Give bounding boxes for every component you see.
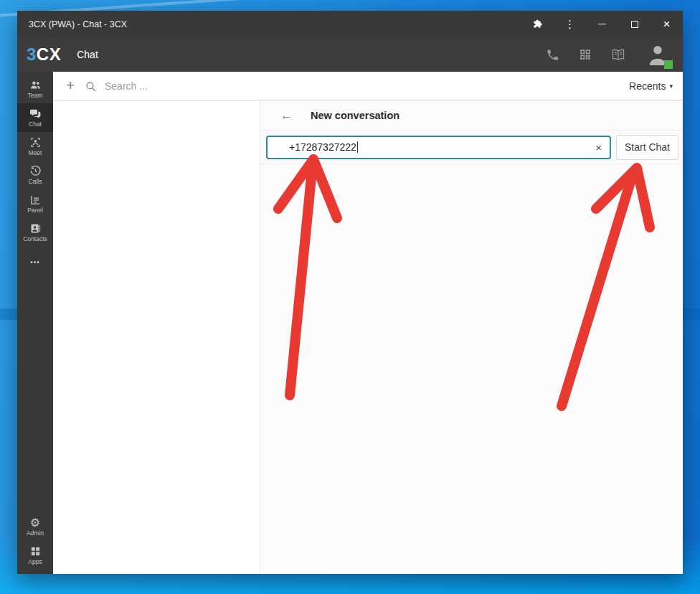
close-button[interactable]: × bbox=[651, 11, 683, 37]
conversation-title: New conversation bbox=[311, 110, 399, 121]
apps-icon bbox=[29, 545, 42, 557]
phone-number-input[interactable]: +17287327222 × bbox=[266, 136, 611, 159]
sidebar-more-icon[interactable]: ••• bbox=[17, 251, 53, 273]
search-input[interactable]: Search ... bbox=[85, 80, 148, 93]
extensions-puzzle-icon[interactable] bbox=[521, 11, 554, 37]
window-titlebar: 3CX (PWA) - Chat - 3CX ⋮ × bbox=[17, 11, 683, 37]
sidebar-item-chat[interactable]: Chat bbox=[17, 103, 53, 132]
search-placeholder: Search ... bbox=[105, 80, 148, 92]
text-cursor bbox=[357, 141, 358, 153]
qr-code-icon[interactable] bbox=[578, 47, 592, 62]
phone-number-value: +17287327222 bbox=[268, 141, 356, 153]
window-body: Team Chat Meet Calls Panel bbox=[17, 72, 683, 574]
desktop-wallpaper: 3CX (PWA) - Chat - 3CX ⋮ × 3CX Chat bbox=[0, 0, 700, 594]
sidebar-item-admin[interactable]: ⚙ Admin bbox=[17, 512, 53, 541]
meet-icon bbox=[29, 136, 42, 148]
maximize-button[interactable] bbox=[618, 11, 651, 37]
maximize-icon bbox=[631, 21, 638, 28]
team-icon bbox=[29, 79, 42, 91]
conversation-header: ← New conversation bbox=[260, 101, 683, 131]
add-conversation-button[interactable]: + bbox=[53, 77, 85, 95]
gear-icon: ⚙ bbox=[30, 517, 40, 529]
new-conversation-panel: ← New conversation +17287327222 × Start … bbox=[260, 101, 683, 574]
calls-history-icon bbox=[29, 165, 42, 177]
sidebar-item-team[interactable]: Team bbox=[17, 75, 53, 103]
sidebar-item-calls[interactable]: Calls bbox=[17, 161, 53, 189]
status-available-indicator bbox=[664, 60, 673, 69]
manual-book-icon[interactable] bbox=[611, 47, 625, 62]
recents-label: Recents bbox=[629, 80, 666, 92]
back-arrow-icon[interactable]: ← bbox=[260, 108, 293, 123]
app-window: 3CX (PWA) - Chat - 3CX ⋮ × 3CX Chat bbox=[17, 11, 683, 574]
sidebar: Team Chat Meet Calls Panel bbox=[17, 72, 53, 574]
content-area: + Search ... Recents ▾ bbox=[53, 72, 683, 574]
contacts-icon bbox=[29, 222, 42, 235]
sidebar-item-label: Contacts bbox=[23, 235, 47, 242]
browser-menu-icon[interactable]: ⋮ bbox=[554, 11, 586, 37]
search-icon bbox=[85, 80, 97, 93]
sidebar-item-meet[interactable]: Meet bbox=[17, 132, 53, 161]
minimize-button[interactable] bbox=[586, 11, 618, 37]
sidebar-item-label: Panel bbox=[27, 207, 43, 214]
sidebar-item-label: Apps bbox=[28, 558, 42, 565]
sidebar-item-label: Team bbox=[28, 92, 43, 99]
logo-3: 3 bbox=[27, 44, 37, 64]
chat-list-panel bbox=[53, 101, 260, 574]
new-conversation-input-row: +17287327222 × Start Chat bbox=[260, 131, 683, 164]
minimize-icon bbox=[598, 24, 606, 25]
recents-dropdown[interactable]: Recents ▾ bbox=[629, 80, 683, 92]
sidebar-item-label: Meet bbox=[29, 149, 42, 156]
sidebar-item-contacts[interactable]: Contacts bbox=[17, 218, 53, 247]
sidebar-item-panel[interactable]: Panel bbox=[17, 189, 53, 218]
dialer-phone-icon[interactable] bbox=[545, 47, 559, 62]
main-row: ← New conversation +17287327222 × Start … bbox=[53, 101, 683, 574]
sidebar-item-apps[interactable]: Apps bbox=[17, 541, 53, 570]
window-title: 3CX (PWA) - Chat - 3CX bbox=[17, 19, 521, 29]
sidebar-item-label: Chat bbox=[29, 121, 42, 128]
app-header: 3CX Chat bbox=[17, 37, 683, 72]
page-title: Chat bbox=[77, 49, 98, 60]
clear-input-icon[interactable]: × bbox=[595, 142, 602, 153]
chevron-down-icon: ▾ bbox=[669, 82, 673, 90]
start-chat-button[interactable]: Start Chat bbox=[616, 135, 678, 160]
header-actions bbox=[545, 42, 683, 67]
conversation-empty-area bbox=[260, 164, 683, 574]
chat-icon bbox=[29, 108, 42, 120]
sidebar-item-label: Admin bbox=[27, 529, 44, 537]
sidebar-bottom: ⚙ Admin Apps bbox=[17, 512, 53, 570]
3cx-logo: 3CX bbox=[17, 44, 61, 65]
search-toolbar: + Search ... Recents ▾ bbox=[53, 72, 683, 101]
panel-icon bbox=[29, 194, 42, 206]
titlebar-controls: ⋮ × bbox=[521, 11, 683, 37]
profile-avatar[interactable] bbox=[647, 42, 668, 67]
sidebar-item-label: Calls bbox=[29, 178, 42, 185]
logo-cx: CX bbox=[37, 44, 61, 64]
